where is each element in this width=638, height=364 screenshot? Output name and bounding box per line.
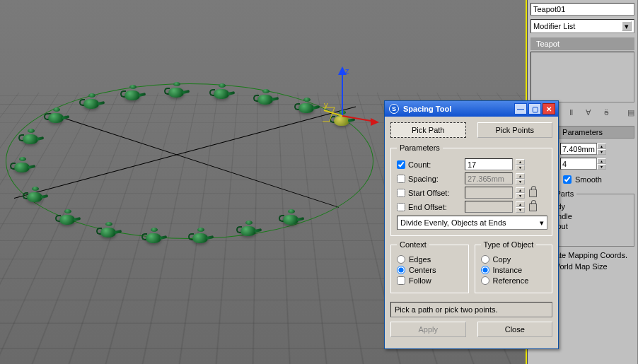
pick-points-button[interactable]: Pick Points [477,122,553,138]
spinner-down-icon[interactable]: ▾ [516,207,525,213]
teapot-instance[interactable] [279,209,304,225]
dialog-titlebar[interactable]: S Spacing Tool — ▢ ✕ [385,101,558,117]
teapot-instance[interactable] [253,89,279,105]
parameters-legend: Parameters [397,143,443,152]
curve-icon[interactable]: ∀ [586,108,591,117]
spinner-down-icon[interactable]: ▾ [597,149,606,155]
spacing-checkbox[interactable] [397,175,405,183]
spinner-down-icon[interactable]: ▾ [516,179,525,184]
teapot-instance[interactable] [55,209,81,225]
type-copy-radio[interactable]: Copy [481,255,548,264]
dialog-title: Spacing Tool [403,105,451,113]
status-text: Pick a path or pick two points. [390,302,552,317]
spinner-up-icon[interactable]: ▴ [516,187,525,193]
start-offset-checkbox[interactable] [397,189,405,197]
lock-icon[interactable] [529,189,537,197]
configure-icon[interactable]: ▤ [627,108,634,117]
radius-spinner[interactable]: ▴▾ [560,143,606,155]
teapot-instance[interactable] [209,83,235,99]
modifier-list-label: Modifier List [533,22,575,30]
spinner-down-icon[interactable]: ▾ [516,165,525,170]
spinner-down-icon[interactable]: ▾ [516,193,525,199]
spinner-up-icon[interactable]: ▴ [516,159,525,165]
teapot-instance[interactable] [23,187,48,202]
spinner-up-icon[interactable]: ▴ [597,143,606,149]
chevron-down-icon: ▾ [622,21,632,31]
count-checkbox[interactable] [397,160,405,169]
modifier-stack-item[interactable]: Teapot [530,37,634,50]
maximize-button[interactable]: ▢ [528,103,541,115]
teapot-instance[interactable] [79,93,105,109]
context-follow-checkbox[interactable]: Follow [397,276,464,285]
segments-input[interactable] [560,158,597,170]
object-name-field[interactable]: Teapot01 [530,3,634,16]
teapot-instance[interactable] [164,82,190,98]
spinner-up-icon[interactable]: ▴ [516,201,525,207]
type-reference-radio[interactable]: Reference [481,276,548,285]
teapot-instance[interactable] [18,129,44,144]
distribution-combo[interactable]: Divide Evenly, Objects at Ends ▾ [397,216,547,230]
svg-text:z: z [345,66,349,75]
modifier-list-combo[interactable]: Modifier List ▾ [530,19,634,33]
spacing-tool-dialog: S Spacing Tool — ▢ ✕ Pick Path Pick Poin… [384,100,559,349]
spinner-up-icon[interactable]: ▴ [597,158,606,164]
close-dialog-button[interactable]: Close [477,322,553,337]
spinner-up-icon[interactable]: ▴ [516,173,525,179]
parameters-group: Parameters Count: ▴▾ Spacing: ▴▾ Start O… [390,143,552,236]
segments-spinner[interactable]: ▴▾ [560,158,606,170]
context-centers-radio[interactable]: Centers [397,266,464,274]
teapot-instance[interactable] [188,228,214,243]
count-input[interactable] [465,158,513,170]
type-legend: Type of Object [481,240,537,249]
context-legend: Context [397,240,429,249]
end-offset-checkbox[interactable] [397,203,405,211]
teapot-instance[interactable] [236,221,262,236]
smooth-checkbox[interactable]: Smooth [563,175,602,184]
spacing-input [465,172,513,184]
minimize-button[interactable]: — [514,103,527,115]
spinner-down-icon[interactable]: ▾ [597,164,606,170]
teapot-instance[interactable] [96,222,122,237]
svg-text:y: y [324,100,328,109]
teapot-instance[interactable] [120,85,146,100]
teapot-instance[interactable] [294,98,320,113]
app-icon: S [389,104,399,114]
context-group: Context Edges Centers Follow [390,240,469,293]
chevron-down-icon: ▾ [540,218,544,228]
teapot-instance[interactable] [10,157,35,172]
lock-icon[interactable] [529,203,537,211]
pick-path-button[interactable]: Pick Path [390,122,466,138]
start-offset-input [465,187,513,199]
modifier-stack-area[interactable] [530,52,634,102]
svg-marker-1 [338,66,347,75]
type-instance-radio[interactable]: Instance [481,266,548,274]
teapot-instance[interactable] [44,107,69,123]
apply-button[interactable]: Apply [390,322,466,337]
context-edges-radio[interactable]: Edges [397,255,464,264]
close-button[interactable]: ✕ [543,103,555,115]
teapot-instance[interactable] [141,228,167,243]
radius-input[interactable] [560,143,597,155]
distribution-value: Divide Evenly, Objects at Ends [400,218,506,227]
end-offset-input [465,201,513,213]
teapot-instance[interactable] [330,110,355,126]
svg-marker-4 [371,118,379,126]
lightbulb-icon[interactable]: Ⅱ [569,108,573,117]
type-group: Type of Object Copy Instance Reference [475,240,553,293]
trash-icon[interactable]: ӛ [604,108,609,117]
